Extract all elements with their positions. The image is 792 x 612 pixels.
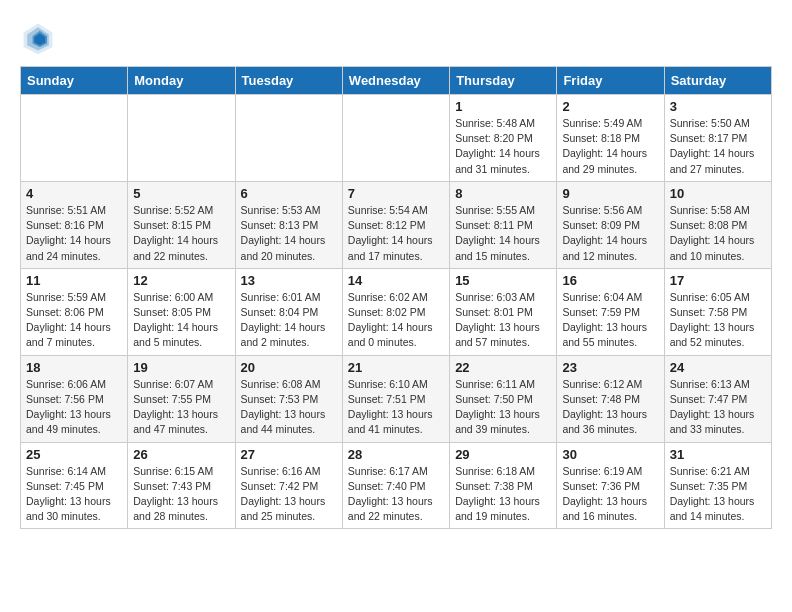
day-detail: Sunrise: 6:02 AM Sunset: 8:02 PM Dayligh… [348,290,444,351]
day-header-saturday: Saturday [664,67,771,95]
calendar-week-row: 25Sunrise: 6:14 AM Sunset: 7:45 PM Dayli… [21,442,772,529]
calendar-cell: 25Sunrise: 6:14 AM Sunset: 7:45 PM Dayli… [21,442,128,529]
day-detail: Sunrise: 6:10 AM Sunset: 7:51 PM Dayligh… [348,377,444,438]
day-detail: Sunrise: 6:13 AM Sunset: 7:47 PM Dayligh… [670,377,766,438]
day-number: 22 [455,360,551,375]
day-number: 28 [348,447,444,462]
day-header-thursday: Thursday [450,67,557,95]
calendar-cell [342,95,449,182]
calendar-cell: 31Sunrise: 6:21 AM Sunset: 7:35 PM Dayli… [664,442,771,529]
calendar-cell: 9Sunrise: 5:56 AM Sunset: 8:09 PM Daylig… [557,181,664,268]
day-detail: Sunrise: 6:19 AM Sunset: 7:36 PM Dayligh… [562,464,658,525]
logo-icon [20,20,56,56]
calendar-cell: 26Sunrise: 6:15 AM Sunset: 7:43 PM Dayli… [128,442,235,529]
day-number: 12 [133,273,229,288]
calendar-cell: 19Sunrise: 6:07 AM Sunset: 7:55 PM Dayli… [128,355,235,442]
day-number: 19 [133,360,229,375]
day-number: 8 [455,186,551,201]
day-number: 4 [26,186,122,201]
calendar-cell: 6Sunrise: 5:53 AM Sunset: 8:13 PM Daylig… [235,181,342,268]
calendar-week-row: 4Sunrise: 5:51 AM Sunset: 8:16 PM Daylig… [21,181,772,268]
day-detail: Sunrise: 6:14 AM Sunset: 7:45 PM Dayligh… [26,464,122,525]
calendar-cell: 13Sunrise: 6:01 AM Sunset: 8:04 PM Dayli… [235,268,342,355]
day-number: 30 [562,447,658,462]
day-number: 5 [133,186,229,201]
calendar-cell: 24Sunrise: 6:13 AM Sunset: 7:47 PM Dayli… [664,355,771,442]
day-number: 11 [26,273,122,288]
day-detail: Sunrise: 5:53 AM Sunset: 8:13 PM Dayligh… [241,203,337,264]
day-detail: Sunrise: 6:17 AM Sunset: 7:40 PM Dayligh… [348,464,444,525]
day-number: 14 [348,273,444,288]
day-number: 17 [670,273,766,288]
calendar-week-row: 1Sunrise: 5:48 AM Sunset: 8:20 PM Daylig… [21,95,772,182]
day-detail: Sunrise: 5:49 AM Sunset: 8:18 PM Dayligh… [562,116,658,177]
day-detail: Sunrise: 6:00 AM Sunset: 8:05 PM Dayligh… [133,290,229,351]
day-number: 15 [455,273,551,288]
day-number: 29 [455,447,551,462]
day-detail: Sunrise: 6:15 AM Sunset: 7:43 PM Dayligh… [133,464,229,525]
day-detail: Sunrise: 6:11 AM Sunset: 7:50 PM Dayligh… [455,377,551,438]
calendar-cell: 30Sunrise: 6:19 AM Sunset: 7:36 PM Dayli… [557,442,664,529]
calendar-cell: 14Sunrise: 6:02 AM Sunset: 8:02 PM Dayli… [342,268,449,355]
day-detail: Sunrise: 6:03 AM Sunset: 8:01 PM Dayligh… [455,290,551,351]
day-detail: Sunrise: 5:58 AM Sunset: 8:08 PM Dayligh… [670,203,766,264]
day-number: 13 [241,273,337,288]
day-header-monday: Monday [128,67,235,95]
calendar-cell: 7Sunrise: 5:54 AM Sunset: 8:12 PM Daylig… [342,181,449,268]
day-header-friday: Friday [557,67,664,95]
day-header-tuesday: Tuesday [235,67,342,95]
day-number: 21 [348,360,444,375]
day-number: 20 [241,360,337,375]
day-detail: Sunrise: 6:16 AM Sunset: 7:42 PM Dayligh… [241,464,337,525]
day-detail: Sunrise: 6:04 AM Sunset: 7:59 PM Dayligh… [562,290,658,351]
calendar-week-row: 18Sunrise: 6:06 AM Sunset: 7:56 PM Dayli… [21,355,772,442]
day-detail: Sunrise: 6:06 AM Sunset: 7:56 PM Dayligh… [26,377,122,438]
day-header-sunday: Sunday [21,67,128,95]
calendar-cell: 12Sunrise: 6:00 AM Sunset: 8:05 PM Dayli… [128,268,235,355]
day-number: 2 [562,99,658,114]
calendar-cell [21,95,128,182]
calendar-table: SundayMondayTuesdayWednesdayThursdayFrid… [20,66,772,529]
day-detail: Sunrise: 6:21 AM Sunset: 7:35 PM Dayligh… [670,464,766,525]
day-detail: Sunrise: 6:07 AM Sunset: 7:55 PM Dayligh… [133,377,229,438]
day-detail: Sunrise: 5:52 AM Sunset: 8:15 PM Dayligh… [133,203,229,264]
calendar-cell: 8Sunrise: 5:55 AM Sunset: 8:11 PM Daylig… [450,181,557,268]
calendar-cell: 28Sunrise: 6:17 AM Sunset: 7:40 PM Dayli… [342,442,449,529]
calendar-cell: 10Sunrise: 5:58 AM Sunset: 8:08 PM Dayli… [664,181,771,268]
calendar-cell: 11Sunrise: 5:59 AM Sunset: 8:06 PM Dayli… [21,268,128,355]
day-detail: Sunrise: 5:59 AM Sunset: 8:06 PM Dayligh… [26,290,122,351]
page-header [20,20,772,56]
calendar-cell: 4Sunrise: 5:51 AM Sunset: 8:16 PM Daylig… [21,181,128,268]
calendar-cell: 3Sunrise: 5:50 AM Sunset: 8:17 PM Daylig… [664,95,771,182]
day-number: 25 [26,447,122,462]
day-number: 7 [348,186,444,201]
day-detail: Sunrise: 5:48 AM Sunset: 8:20 PM Dayligh… [455,116,551,177]
day-number: 26 [133,447,229,462]
day-detail: Sunrise: 6:05 AM Sunset: 7:58 PM Dayligh… [670,290,766,351]
calendar-cell [235,95,342,182]
calendar-cell: 16Sunrise: 6:04 AM Sunset: 7:59 PM Dayli… [557,268,664,355]
day-detail: Sunrise: 5:50 AM Sunset: 8:17 PM Dayligh… [670,116,766,177]
day-number: 24 [670,360,766,375]
calendar-cell: 21Sunrise: 6:10 AM Sunset: 7:51 PM Dayli… [342,355,449,442]
day-number: 31 [670,447,766,462]
calendar-cell: 20Sunrise: 6:08 AM Sunset: 7:53 PM Dayli… [235,355,342,442]
day-detail: Sunrise: 6:12 AM Sunset: 7:48 PM Dayligh… [562,377,658,438]
day-number: 18 [26,360,122,375]
calendar-week-row: 11Sunrise: 5:59 AM Sunset: 8:06 PM Dayli… [21,268,772,355]
day-number: 3 [670,99,766,114]
day-detail: Sunrise: 5:51 AM Sunset: 8:16 PM Dayligh… [26,203,122,264]
day-number: 16 [562,273,658,288]
calendar-cell: 18Sunrise: 6:06 AM Sunset: 7:56 PM Dayli… [21,355,128,442]
calendar-cell: 5Sunrise: 5:52 AM Sunset: 8:15 PM Daylig… [128,181,235,268]
day-header-wednesday: Wednesday [342,67,449,95]
day-number: 23 [562,360,658,375]
calendar-cell: 1Sunrise: 5:48 AM Sunset: 8:20 PM Daylig… [450,95,557,182]
calendar-cell: 27Sunrise: 6:16 AM Sunset: 7:42 PM Dayli… [235,442,342,529]
calendar-cell: 2Sunrise: 5:49 AM Sunset: 8:18 PM Daylig… [557,95,664,182]
day-detail: Sunrise: 5:55 AM Sunset: 8:11 PM Dayligh… [455,203,551,264]
day-detail: Sunrise: 5:56 AM Sunset: 8:09 PM Dayligh… [562,203,658,264]
day-number: 9 [562,186,658,201]
calendar-cell: 15Sunrise: 6:03 AM Sunset: 8:01 PM Dayli… [450,268,557,355]
day-number: 27 [241,447,337,462]
